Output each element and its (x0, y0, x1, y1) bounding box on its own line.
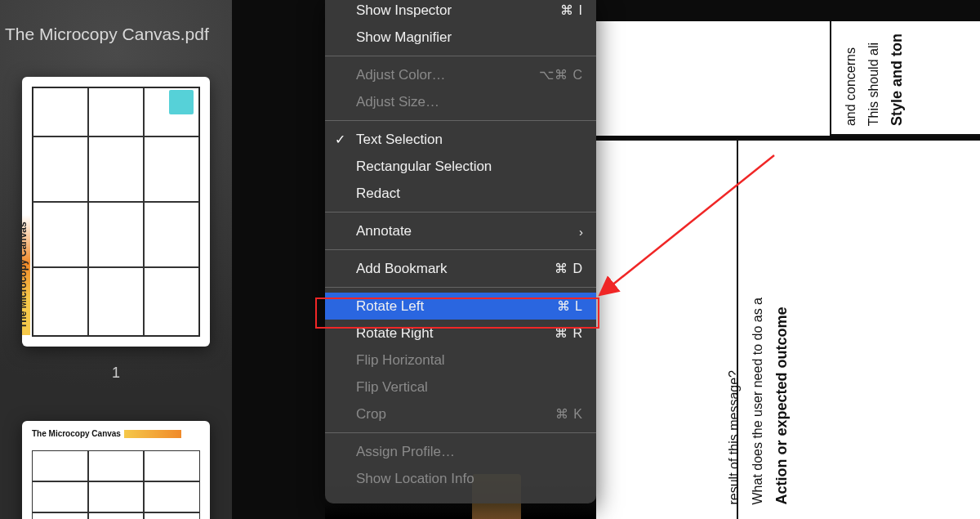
context-menu: Show Inspector⌘ IShow MagnifierAdjust Co… (325, 0, 596, 503)
menu-item-shortcut: ⌘ L (557, 298, 583, 314)
menu-separator (325, 432, 596, 433)
page-thumbnail-1[interactable]: The Microcopy Canvas (22, 77, 210, 347)
menu-item-label: Crop (356, 406, 386, 423)
menu-item-flip-horizontal: Flip Horizontal (325, 347, 596, 374)
cell-subtext: and concerns (843, 47, 859, 126)
page-number-label: 1 (112, 365, 120, 382)
cell-subtext: This should ali (866, 43, 882, 126)
menu-item-label: Show Magnifier (356, 29, 452, 46)
menu-item-rectangular-selection[interactable]: Rectangular Selection (325, 153, 596, 180)
menu-item-show-inspector[interactable]: Show Inspector⌘ I (325, 0, 596, 24)
cell-heading: Action or expected outcome (773, 294, 791, 505)
menu-item-crop: Crop⌘ K (325, 400, 596, 427)
menu-separator (325, 120, 596, 121)
menu-item-text-selection[interactable]: ✓Text Selection (325, 126, 596, 153)
cell-subtext: result of this message? (726, 298, 743, 505)
menu-item-rotate-right[interactable]: Rotate Right⌘ R (325, 320, 596, 347)
menu-item-label: Show Inspector (356, 2, 452, 19)
menu-item-label: Show Location Info (356, 471, 474, 487)
menu-item-shortcut: ⌥⌘ C (539, 67, 583, 83)
document-viewport[interactable]: and concerns This should ali Style and t… (596, 0, 980, 519)
check-icon: ✓ (335, 132, 345, 147)
menu-item-label: Adjust Size… (356, 94, 439, 110)
menu-item-adjust-size: Adjust Size… (325, 88, 596, 115)
menu-item-rotate-left[interactable]: Rotate Left⌘ L (325, 293, 596, 320)
menu-item-shortcut: ⌘ I (560, 2, 583, 18)
thumbnail-list: The Microcopy Canvas 1 The Microcopy Can… (0, 77, 232, 519)
chevron-right-icon: › (579, 224, 583, 238)
cell-subtext: What does the user need to do as a (750, 298, 767, 505)
page-main-area: result of this message? What does the us… (596, 139, 980, 519)
menu-item-label: Text Selection (356, 132, 443, 148)
thumbnail-title: The Microcopy Canvas (22, 215, 30, 335)
menu-item-redact[interactable]: Redact (325, 180, 596, 207)
thumbnail-sidebar: The Microcopy Canvas.pdf The Microcopy C… (0, 0, 232, 519)
menu-item-shortcut: ⌘ D (555, 261, 583, 276)
menu-item-label: Add Bookmark (356, 261, 448, 277)
menu-item-annotate[interactable]: Annotate› (325, 217, 596, 244)
menu-item-shortcut: ⌘ K (555, 406, 583, 422)
page-top-strip: and concerns This should ali Style and t… (596, 21, 980, 136)
canvas-cell-style-tone: and concerns This should ali Style and t… (830, 21, 980, 136)
page-thumbnail-2[interactable]: The Microcopy Canvas (22, 421, 210, 519)
menu-item-label: Rotate Right (356, 325, 434, 342)
menu-separator (325, 249, 596, 250)
menu-item-adjust-color: Adjust Color…⌥⌘ C (325, 61, 596, 88)
menu-item-show-magnifier[interactable]: Show Magnifier (325, 24, 596, 51)
menu-separator (325, 212, 596, 213)
menu-separator (325, 287, 596, 288)
menu-item-label: Annotate (356, 223, 412, 239)
menu-item-label: Rotate Left (356, 298, 424, 315)
cell-heading: Style and ton (889, 34, 906, 126)
menu-separator (325, 56, 596, 56)
menu-item-label: Assign Profile… (356, 444, 455, 460)
menu-item-flip-vertical: Flip Vertical (325, 374, 596, 400)
menu-item-assign-profile: Assign Profile… (325, 438, 596, 465)
menu-item-label: Rectangular Selection (356, 159, 492, 175)
canvas-cell-action-outcome: result of this message? What does the us… (726, 294, 791, 505)
menu-item-label: Redact (356, 186, 400, 202)
menu-item-add-bookmark[interactable]: Add Bookmark⌘ D (325, 255, 596, 282)
menu-item-label: Adjust Color… (356, 67, 446, 83)
menu-item-shortcut: ⌘ R (555, 325, 583, 341)
menu-item-label: Flip Vertical (356, 379, 428, 396)
menu-item-label: Flip Horizontal (356, 352, 445, 369)
canvas-gap (232, 0, 325, 519)
menu-item-show-location-info: Show Location Info (325, 465, 596, 492)
file-title: The Microcopy Canvas.pdf (0, 25, 232, 44)
